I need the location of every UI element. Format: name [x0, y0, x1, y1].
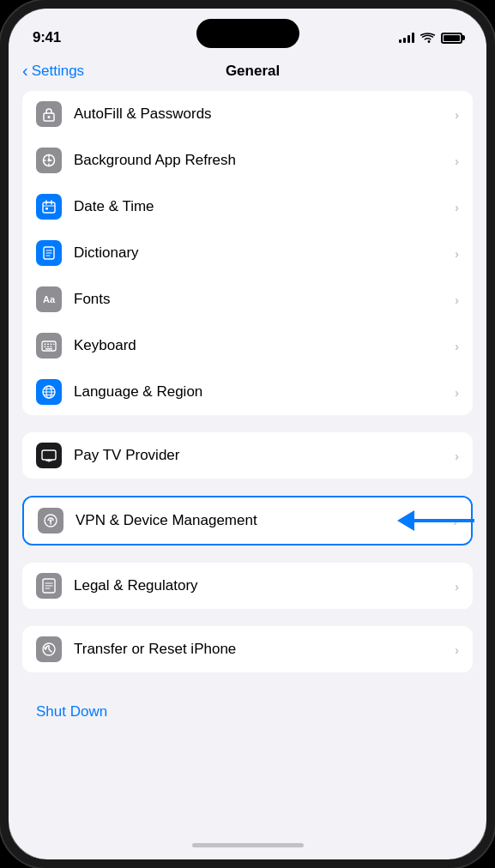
svg-rect-23 — [45, 346, 46, 347]
svg-rect-25 — [51, 346, 52, 347]
phone-frame: 9:41 — [0, 0, 495, 868]
vpn-label: VPN & Device Management — [75, 512, 453, 529]
dictionary-chevron-icon: › — [455, 246, 459, 261]
keyboard-chevron-icon: › — [455, 339, 459, 353]
settings-group-2: Pay TV Provider › — [22, 432, 473, 479]
dictionary-row[interactable]: Dictionary › — [22, 230, 473, 276]
pay-tv-icon — [36, 443, 62, 468]
autofill-chevron-icon: › — [455, 107, 459, 122]
svg-rect-32 — [42, 450, 56, 460]
dynamic-island — [196, 19, 299, 48]
vpn-chevron-icon: › — [453, 514, 457, 528]
keyboard-icon — [36, 333, 62, 359]
svg-rect-26 — [45, 348, 52, 350]
autofill-label: AutoFill & Passwords — [74, 105, 455, 123]
svg-rect-24 — [47, 346, 49, 347]
legal-chevron-icon: › — [455, 579, 459, 594]
back-button[interactable]: ‹ Settings — [22, 62, 84, 81]
home-indicator — [9, 830, 486, 859]
svg-rect-9 — [43, 202, 55, 213]
pay-tv-row[interactable]: Pay TV Provider › — [22, 432, 473, 479]
svg-point-1 — [48, 116, 51, 118]
vpn-icon — [38, 508, 63, 533]
wifi-icon — [420, 33, 435, 44]
vpn-section: VPN & Device Management › — [22, 496, 473, 546]
back-label: Settings — [32, 63, 84, 80]
autofill-icon — [36, 101, 62, 127]
svg-rect-21 — [51, 343, 52, 345]
screen: 9:41 — [9, 9, 486, 859]
settings-group-4: Legal & Regulatory › — [22, 563, 473, 609]
transfer-reset-row[interactable]: Transfer or Reset iPhone › — [22, 626, 473, 672]
vpn-row[interactable]: VPN & Device Management › — [24, 497, 471, 544]
back-chevron-icon: ‹ — [22, 61, 28, 81]
fonts-chevron-icon: › — [455, 292, 459, 307]
language-row[interactable]: Language & Region › — [22, 369, 473, 415]
transfer-reset-label: Transfer or Reset iPhone — [74, 641, 455, 658]
svg-rect-19 — [45, 343, 46, 345]
nav-bar: ‹ Settings General — [9, 55, 486, 91]
dictionary-icon — [36, 240, 62, 266]
background-refresh-icon — [36, 148, 62, 173]
battery-icon — [441, 33, 462, 44]
date-time-row[interactable]: Date & Time › — [22, 184, 473, 230]
legal-row[interactable]: Legal & Regulatory › — [22, 563, 473, 609]
keyboard-label: Keyboard — [74, 337, 455, 354]
date-time-icon — [36, 194, 62, 220]
settings-group-5: Transfer or Reset iPhone › — [22, 626, 473, 672]
language-icon — [36, 379, 62, 405]
svg-rect-20 — [47, 343, 49, 345]
shutdown-button[interactable]: Shut Down — [22, 690, 473, 738]
dictionary-label: Dictionary — [74, 244, 455, 262]
page-title: General — [84, 63, 421, 80]
svg-rect-13 — [45, 208, 48, 210]
legal-label: Legal & Regulatory — [74, 577, 455, 594]
autofill-row[interactable]: AutoFill & Passwords › — [22, 91, 473, 137]
transfer-reset-icon — [36, 636, 62, 662]
home-bar — [192, 843, 304, 847]
date-time-chevron-icon: › — [455, 200, 459, 214]
background-refresh-chevron-icon: › — [455, 154, 459, 168]
legal-icon — [36, 573, 62, 599]
pay-tv-label: Pay TV Provider — [74, 447, 455, 464]
vpn-row-container: VPN & Device Management › — [22, 496, 473, 546]
svg-rect-22 — [53, 343, 55, 345]
fonts-label: Fonts — [74, 291, 455, 308]
signal-bars-icon — [399, 33, 414, 43]
language-label: Language & Region — [74, 383, 455, 401]
settings-content[interactable]: AutoFill & Passwords › — [9, 91, 486, 830]
fonts-row[interactable]: Aa Fonts › — [22, 276, 473, 322]
language-chevron-icon: › — [455, 385, 459, 400]
fonts-icon: Aa — [36, 286, 62, 312]
pay-tv-chevron-icon: › — [455, 449, 459, 463]
status-time: 9:41 — [33, 29, 61, 46]
background-refresh-row[interactable]: Background App Refresh › — [22, 137, 473, 184]
settings-group-1: AutoFill & Passwords › — [22, 91, 473, 415]
status-icons — [399, 33, 462, 44]
date-time-label: Date & Time — [74, 198, 455, 215]
background-refresh-label: Background App Refresh — [74, 152, 455, 169]
keyboard-row[interactable]: Keyboard › — [22, 322, 473, 369]
transfer-reset-chevron-icon: › — [455, 642, 459, 657]
